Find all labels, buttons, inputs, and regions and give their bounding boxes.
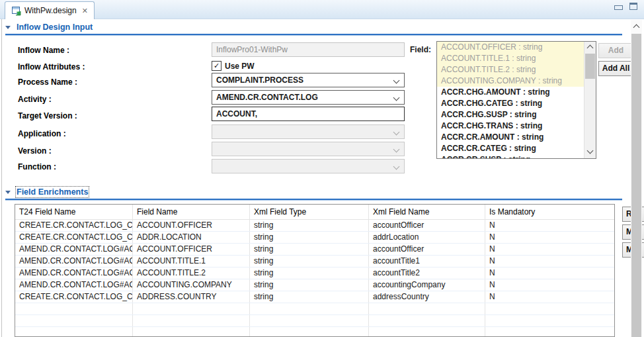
cell-t24-field: AMEND.CR.CONTACT.LOG#ACC... bbox=[15, 256, 133, 267]
column-header[interactable]: Field Name bbox=[133, 205, 250, 219]
section-rule bbox=[5, 199, 622, 200]
target-version-label: Target Version : bbox=[18, 111, 77, 120]
field-list-scrollbar[interactable] bbox=[584, 42, 596, 158]
field-list: ACCOUNT.OFFICER : string ACCOUNT.TITLE.1… bbox=[436, 41, 596, 159]
chevron-down-icon bbox=[393, 77, 400, 84]
list-item[interactable]: ACCR.CHG.AMOUNT : string bbox=[437, 87, 584, 98]
table-header-row: T24 Field Name Field Name Xml Field Type… bbox=[15, 205, 614, 220]
cell-mandatory: N bbox=[485, 256, 614, 267]
cell-field-name: ACCOUNT.OFFICER bbox=[133, 220, 250, 231]
chevron-down-icon bbox=[393, 146, 400, 153]
cell-xml-name: addrLocation bbox=[369, 232, 485, 243]
cell-field-name: ACCOUNT.TITLE.2 bbox=[133, 267, 250, 279]
view-controls bbox=[614, 3, 637, 10]
cell-xml-name: accountingCompany bbox=[369, 279, 485, 291]
tab-close-icon[interactable]: ✕ bbox=[82, 7, 88, 15]
scroll-down-icon[interactable] bbox=[587, 148, 594, 154]
cell-t24-field: AMEND.CR.CONTACT.LOG#ACC... bbox=[15, 279, 133, 291]
target-version-field[interactable]: ACCOUNT, bbox=[212, 107, 405, 121]
table-row[interactable]: AMEND.CR.CONTACT.LOG#ACC... ACCOUNT.TITL… bbox=[15, 267, 614, 279]
table-row[interactable]: CREATE.CR.CONTACT.LOG_CCCL... ADDR.LOCAT… bbox=[15, 232, 614, 244]
add-button: Add bbox=[598, 43, 633, 58]
cell-xml-type: string bbox=[250, 220, 369, 231]
chevron-down-icon bbox=[393, 164, 400, 170]
cell-field-name: ACCOUNT.TITLE.1 bbox=[133, 256, 250, 267]
list-item[interactable]: ACCR.CR.AMOUNT : string bbox=[437, 132, 584, 143]
chevron-down-icon bbox=[393, 129, 400, 136]
function-select bbox=[212, 159, 405, 173]
application-select bbox=[212, 124, 405, 139]
checkbox-check-icon: ✓ bbox=[212, 61, 221, 71]
cell-xml-type: string bbox=[250, 244, 369, 255]
table-row[interactable]: AMEND.CR.CONTACT.LOG#ACC... ACCOUNTING.C… bbox=[15, 279, 614, 291]
design-file-icon bbox=[11, 6, 21, 16]
cell-mandatory: N bbox=[485, 232, 614, 243]
section-inflow-design-input-toggle[interactable]: Inflow Design Input bbox=[5, 23, 93, 32]
collapse-triangle-icon bbox=[5, 191, 11, 194]
cell-field-name: ADDR.LOCATION bbox=[133, 232, 250, 243]
cell-xml-type: string bbox=[250, 232, 369, 243]
use-pw-checkbox[interactable]: ✓ Use PW bbox=[212, 61, 255, 71]
column-header[interactable]: Xml Field Name bbox=[369, 205, 485, 219]
column-header[interactable]: T24 Field Name bbox=[15, 205, 133, 219]
cell-t24-field: CREATE.CR.CONTACT.LOG_CCCL... bbox=[15, 232, 133, 243]
table-row[interactable]: AMEND.CR.CONTACT.LOG#ACC... ACCOUNT.TITL… bbox=[15, 256, 614, 267]
cell-field-name: ACCOUNT.OFFICER bbox=[133, 244, 250, 255]
tab-withpw-design[interactable]: WithPw.design ✕ bbox=[5, 1, 95, 19]
cell-t24-field: CREATE.CR.CONTACT.LOG_CCCL... bbox=[15, 220, 133, 231]
cell-t24-field: AMEND.CR.CONTACT.LOG#ACC... bbox=[15, 244, 133, 255]
use-pw-checkbox-label: Use PW bbox=[225, 62, 255, 71]
scroll-up-icon[interactable] bbox=[587, 45, 594, 52]
process-name-select[interactable]: COMPLAINT.PROCESS bbox=[212, 73, 405, 87]
cell-t24-field: CREATE.CR.CONTACT.LOG_CCCL... bbox=[15, 291, 133, 303]
list-item[interactable]: ACCR.CHG.SUSP : string bbox=[437, 109, 584, 120]
tab-title: WithPw.design bbox=[24, 6, 77, 15]
cell-xml-name: accountTitle1 bbox=[369, 256, 485, 267]
activity-select[interactable]: AMEND.CR.CONTACT.LOG bbox=[212, 90, 405, 105]
table-row-empty bbox=[15, 303, 614, 315]
add-all-button[interactable]: Add All bbox=[598, 61, 633, 76]
list-item[interactable]: ACCR.CHG.TRANS : string bbox=[437, 120, 584, 132]
cell-mandatory: N bbox=[485, 279, 614, 291]
scrollbar-thumb[interactable] bbox=[631, 34, 641, 337]
activity-label: Activity : bbox=[18, 95, 52, 104]
cell-mandatory: N bbox=[485, 220, 614, 231]
section-rule bbox=[5, 34, 622, 35]
scroll-up-icon[interactable] bbox=[631, 20, 642, 33]
column-header[interactable]: Is Mandatory bbox=[485, 205, 614, 219]
list-item[interactable]: ACCOUNT.TITLE.2 : string bbox=[437, 64, 584, 75]
application-label: Application : bbox=[18, 129, 66, 138]
maximize-icon[interactable] bbox=[629, 3, 637, 10]
cell-xml-type: string bbox=[250, 279, 369, 291]
list-item[interactable]: ACCOUNT.OFFICER : string bbox=[437, 42, 584, 53]
cell-xml-type: string bbox=[250, 256, 369, 267]
table-row-empty bbox=[15, 315, 614, 327]
section-field-enrichments-toggle[interactable]: Field Enrichments bbox=[5, 187, 88, 197]
table-row[interactable]: CREATE.CR.CONTACT.LOG_CCCL... ADDRESS.CO… bbox=[15, 291, 614, 303]
list-item[interactable]: ACCR.CR.SUSP : string bbox=[437, 154, 584, 159]
field-enrichments-table: T24 Field Name Field Name Xml Field Type… bbox=[15, 204, 615, 337]
editor-window: WithPw.design ✕ Inflow Design Input Infl… bbox=[0, 0, 644, 337]
list-item[interactable]: ACCOUNTING.COMPANY : string bbox=[437, 75, 584, 87]
version-select bbox=[212, 142, 405, 156]
scrollbar-thumb[interactable] bbox=[585, 54, 595, 79]
cell-field-name: ADDRESS.COUNTRY bbox=[133, 291, 250, 303]
cell-field-name: ACCOUNTING.COMPANY bbox=[133, 279, 250, 291]
list-item[interactable]: ACCR.CHG.CATEG : string bbox=[437, 98, 584, 109]
editor-vertical-scrollbar[interactable] bbox=[631, 20, 642, 337]
table-row[interactable]: CREATE.CR.CONTACT.LOG_CCCL... ACCOUNT.OF… bbox=[15, 220, 614, 232]
section-title: Field Enrichments bbox=[17, 187, 88, 197]
minimize-icon[interactable] bbox=[614, 5, 623, 10]
list-item[interactable]: ACCOUNT.TITLE.1 : string bbox=[437, 53, 584, 64]
collapse-triangle-icon bbox=[5, 26, 11, 29]
cell-mandatory: N bbox=[485, 291, 614, 303]
column-header[interactable]: Xml Field Type bbox=[250, 205, 369, 219]
activity-value: AMEND.CR.CONTACT.LOG bbox=[216, 93, 318, 102]
process-name-value: COMPLAINT.PROCESS bbox=[216, 75, 303, 85]
section-title: Inflow Design Input bbox=[17, 23, 93, 32]
table-row[interactable]: AMEND.CR.CONTACT.LOG#ACC... ACCOUNT.OFFI… bbox=[15, 244, 614, 256]
list-item[interactable]: ACCR.CR.CATEG : string bbox=[437, 143, 584, 154]
cell-mandatory: N bbox=[485, 267, 614, 279]
cell-xml-name: accountOfficer bbox=[369, 220, 485, 231]
cell-xml-name: addressCountry bbox=[369, 291, 485, 303]
